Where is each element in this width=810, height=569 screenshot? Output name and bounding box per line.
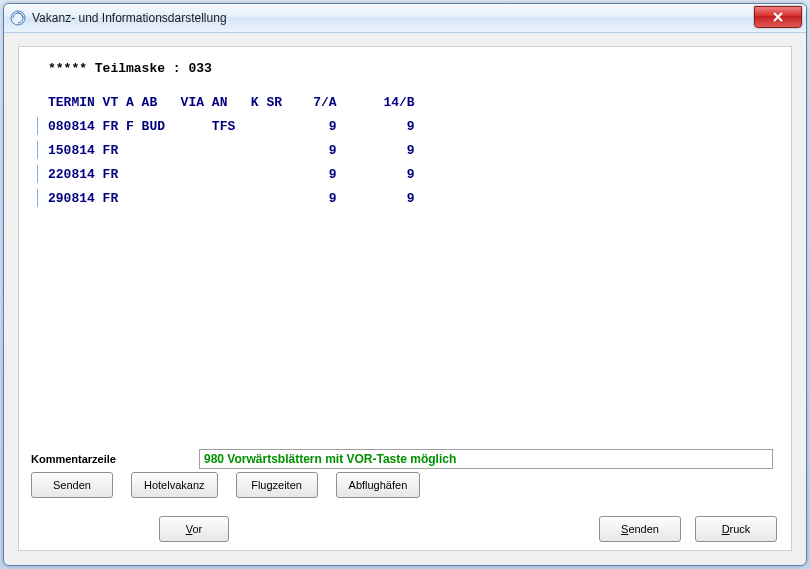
- hotel-vacancy-button[interactable]: Hotelvakanz: [131, 472, 218, 498]
- titlebar: Vakanz- und Informationsdarstellung: [4, 4, 806, 33]
- close-button[interactable]: [754, 6, 802, 28]
- table-row: 080814 FR F BUD TFS 9 9: [38, 114, 786, 138]
- row-text: 150814 FR 9 9: [48, 143, 415, 158]
- mask-prefix: ***** Teilmaske :: [48, 61, 181, 76]
- send-button-2[interactable]: Senden: [599, 516, 681, 542]
- flight-times-button[interactable]: Flugzeiten: [236, 472, 318, 498]
- app-icon: [10, 10, 26, 26]
- comment-label: Kommentarzeile: [31, 453, 116, 465]
- departure-airports-button[interactable]: Abflughäfen: [336, 472, 421, 498]
- table-row: 290814 FR 9 9: [38, 186, 786, 210]
- window-title: Vakanz- und Informationsdarstellung: [32, 11, 227, 25]
- row-text: 220814 FR 9 9: [48, 167, 415, 182]
- app-window: Vakanz- und Informationsdarstellung ****…: [3, 3, 807, 566]
- mask-heading: ***** Teilmaske : 033: [48, 61, 786, 76]
- mask-id: 033: [188, 61, 211, 76]
- print-button[interactable]: Druck: [695, 516, 777, 542]
- row-text: 080814 FR F BUD TFS 9 9: [48, 119, 415, 134]
- button-row-3: Senden Druck: [599, 516, 777, 542]
- grid-header: TERMIN VT A AB VIA AN K SR 7/A 14/B: [48, 95, 415, 110]
- table-row: 150814 FR 9 9: [38, 138, 786, 162]
- table-row: 220814 FR 9 9: [38, 162, 786, 186]
- availability-grid: TERMIN VT A AB VIA AN K SR 7/A 14/B08081…: [38, 90, 786, 210]
- comment-field[interactable]: 980 Vorwärtsblättern mit VOR-Taste mögli…: [199, 449, 773, 469]
- forward-button[interactable]: Vor: [159, 516, 229, 542]
- row-text: 290814 FR 9 9: [48, 191, 415, 206]
- send-button[interactable]: Senden: [31, 472, 113, 498]
- button-row-1: Senden Hotelvakanz Flugzeiten Abflughäfe…: [31, 472, 420, 498]
- comment-area: Kommentarzeile 980 Vorwärtsblättern mit …: [31, 452, 779, 466]
- button-row-2: Vor: [159, 516, 229, 542]
- content-panel: ***** Teilmaske : 033 TERMIN VT A AB VIA…: [18, 46, 792, 551]
